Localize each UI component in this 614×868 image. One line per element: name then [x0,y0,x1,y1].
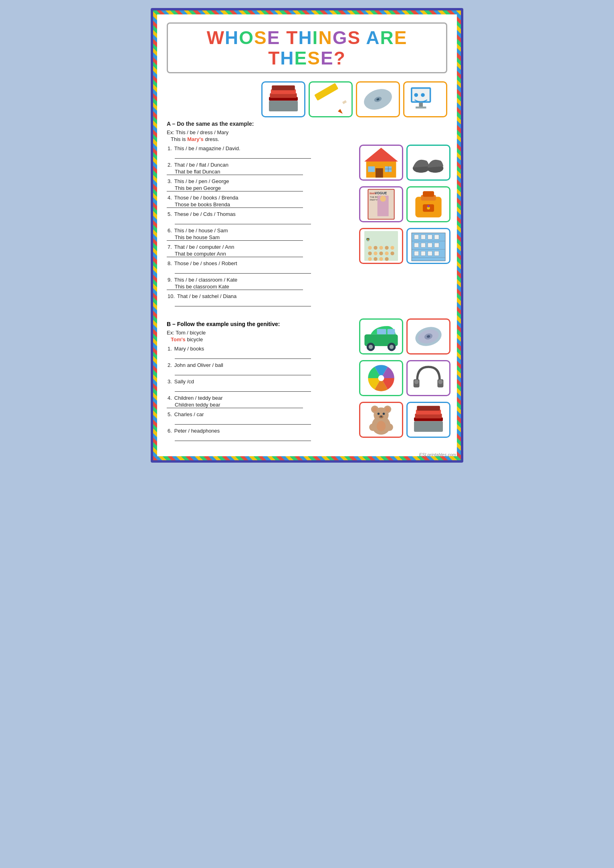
svg-rect-63 [421,235,425,239]
svg-rect-66 [414,243,419,248]
svg-point-101 [380,416,382,417]
svg-rect-64 [428,235,432,239]
image-car [359,318,403,354]
svg-point-50 [379,252,383,255]
example-block: Ex: This / be / dress / Mary This is Mar… [167,129,355,142]
image-row-1 [359,145,450,181]
svg-rect-68 [428,243,432,248]
list-item: 2.John and Oliver / ball [167,362,359,375]
svg-rect-15 [416,107,426,109]
svg-point-46 [385,246,388,250]
svg-rect-72 [428,251,432,256]
answer-line [175,218,311,224]
svg-point-98 [378,413,380,415]
svg-rect-79 [388,329,395,334]
answer-line [175,300,311,306]
svg-rect-109 [414,421,443,432]
image-books [261,81,305,117]
answer-line-filled: That be flat Duncan [167,169,303,175]
answer-line-filled: Those be books Brenda [167,201,303,208]
list-item: 5.These / be / Cds / Thomas [167,211,355,224]
title-box: WHOSE THINGS ARE THESE? [167,22,447,73]
worksheet-page: WHOSE THINGS ARE THESE? [151,8,463,463]
svg-rect-71 [421,251,425,256]
svg-rect-73 [434,251,439,256]
svg-rect-62 [414,235,419,239]
list-item: 2.That / be / flat / Duncan That be flat… [167,162,355,175]
svg-point-34 [380,196,386,202]
svg-point-47 [390,246,394,250]
answer-line [175,385,311,392]
list-item: 1.This / be / magazine / David. [167,145,355,159]
section-b-header: B – Follow the example using the genitiv… [167,321,359,327]
list-item: 4.Children / teddy bear Children teddy b… [167,395,359,408]
section-b-content: B – Follow the example using the genitiv… [167,314,447,444]
svg-text:PARTY!: PARTY! [370,199,378,201]
image-teddybear [359,402,403,438]
main-title: WHOSE THINGS ARE THESE? [174,28,440,68]
section-b-example: Ex: Tom / bicycle Tom's bicycle [167,330,359,342]
svg-rect-65 [434,235,439,239]
svg-point-52 [390,252,394,255]
svg-point-43 [368,246,372,250]
list-item: 4.Those / be / books / Brenda Those be b… [167,195,355,208]
svg-rect-70 [414,251,419,256]
image-row-b3 [359,402,450,438]
section-b-area: B – Follow the example using the genitiv… [167,314,447,444]
image-magazine: teen VOGUE THE BIG PARTY! [359,186,403,222]
svg-point-51 [385,252,388,255]
svg-point-78 [390,345,394,349]
image-building [406,228,450,264]
svg-point-44 [374,246,377,250]
svg-point-40 [427,205,430,207]
example-label: Ex: This / be / dress / Mary [167,129,355,135]
image-row-3: 👨‍🏫 [359,228,450,264]
svg-point-104 [377,421,386,431]
svg-rect-4 [269,101,298,111]
answer-line-filled: This be house Sam [167,234,303,241]
image-cd2 [406,318,450,354]
answer-line [175,352,311,359]
svg-rect-69 [434,243,439,248]
svg-point-48 [368,252,372,255]
answer-line [175,267,311,274]
svg-marker-6 [338,109,343,114]
svg-point-102 [369,424,377,431]
image-books2 [406,402,450,438]
answer-line [175,152,311,159]
svg-point-16 [414,93,418,97]
image-colorwheel [359,360,403,396]
section-a-images: teen VOGUE THE BIG PARTY! [359,121,450,310]
answer-line [175,369,311,375]
image-headphones [406,360,450,396]
watermark: ESLprintables.com [419,452,456,457]
list-item: 1.Mary / books [167,346,359,359]
section-b-answer-name: Tom's [171,336,186,342]
section-b-left: B – Follow the example using the genitiv… [167,314,359,444]
section-a-area: A – Do the same as the example: Ex: This… [167,121,447,310]
image-house [359,145,403,181]
svg-point-11 [361,85,395,113]
answer-line-filled: This be classroom Kate [167,284,303,290]
decorative-border: WHOSE THINGS ARE THESE? [153,10,461,460]
svg-rect-3 [272,85,295,90]
list-item: 3.Sally /cd [167,379,359,392]
svg-point-56 [385,257,388,261]
example-answer: This is Mary's dress. [167,136,355,142]
svg-rect-5 [314,83,338,101]
section-a-left: A – Do the same as the example: Ex: This… [167,121,359,310]
svg-point-17 [421,93,425,97]
svg-rect-67 [421,243,425,248]
list-item: 6.Peter / headphones [167,428,359,441]
top-images-row [167,81,447,117]
svg-text:VOGUE: VOGUE [375,191,387,195]
svg-marker-19 [364,148,398,162]
svg-point-97 [385,407,390,411]
section-b-example-label: Ex: Tom / bicycle [167,330,359,336]
image-shoes [406,145,450,181]
svg-rect-20 [376,168,383,177]
svg-rect-22 [368,167,375,172]
image-pencil [309,81,353,117]
answer-line-filled: Children teddy bear [167,402,303,408]
image-computer [403,81,447,117]
